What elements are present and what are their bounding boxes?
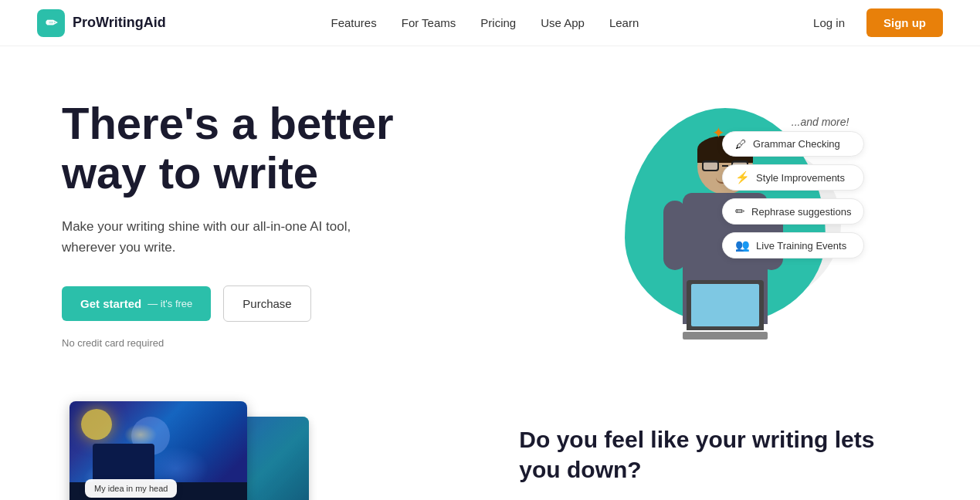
chip-training: 👥 Live Training Events <box>722 232 864 258</box>
section-two: My idea in my head Do you feel like your… <box>0 386 980 500</box>
logo-text: ProWritingAid <box>73 15 166 31</box>
nav-actions: Log in Sign up <box>804 8 943 37</box>
grammar-icon: 🖊 <box>735 137 747 150</box>
hero-title: There's a better way to write <box>62 99 502 198</box>
chip-grammar-label: Grammar Checking <box>753 138 840 150</box>
hero-left: There's a better way to write Make your … <box>62 99 533 349</box>
section-two-left: My idea in my head <box>62 401 473 500</box>
idea-bubble: My idea in my head <box>85 479 177 498</box>
rephrase-icon: ✏ <box>735 204 745 218</box>
logo-link[interactable]: ✏ ProWritingAid <box>37 9 166 37</box>
no-card-text: No credit card required <box>62 337 502 349</box>
chip-rephrase: ✏ Rephrase suggestions <box>722 198 864 225</box>
nav-links: Features For Teams Pricing Use App Learn <box>331 16 639 30</box>
training-icon: 👥 <box>735 238 750 252</box>
signup-button[interactable]: Sign up <box>866 8 943 37</box>
navbar: ✏ ProWritingAid Features For Teams Prici… <box>0 0 980 46</box>
artwork-front: My idea in my head <box>70 401 247 500</box>
purchase-button[interactable]: Purchase <box>223 285 310 322</box>
hero-section: There's a better way to write Make your … <box>0 46 980 386</box>
nav-pricing[interactable]: Pricing <box>480 16 516 29</box>
hero-right: ...and more! ✦ 🖊 Grammar Checking ⚡ Styl… <box>533 93 918 355</box>
hero-subtitle: Make your writing shine with our all-in-… <box>62 216 386 258</box>
feature-chips: 🖊 Grammar Checking ⚡ Style Improvements … <box>722 131 864 258</box>
section-two-body: We know what it's like to feel the FEAR … <box>519 497 918 500</box>
logo-icon: ✏ <box>37 9 65 37</box>
hero-cta: Get started — it's free Purchase <box>62 285 502 322</box>
section-two-right: Do you feel like your writing lets you d… <box>519 424 918 500</box>
section-two-title: Do you feel like your writing lets you d… <box>519 424 918 485</box>
more-label: ...and more! <box>792 116 849 128</box>
free-tag: — it's free <box>148 298 192 309</box>
artwork-stack: My idea in my head <box>62 401 332 500</box>
nav-use-app[interactable]: Use App <box>541 16 585 29</box>
chip-rephrase-label: Rephrase suggestions <box>751 206 851 218</box>
chip-style: ⚡ Style Improvements <box>722 164 864 191</box>
hero-image-area: ...and more! ✦ 🖊 Grammar Checking ⚡ Styl… <box>586 100 864 347</box>
nav-for-teams[interactable]: For Teams <box>402 16 456 29</box>
get-started-button[interactable]: Get started — it's free <box>62 286 211 321</box>
nav-learn[interactable]: Learn <box>609 16 639 29</box>
chip-grammar: 🖊 Grammar Checking <box>722 131 864 157</box>
chip-training-label: Live Training Events <box>756 240 846 252</box>
chip-style-label: Style Improvements <box>756 172 845 184</box>
nav-features[interactable]: Features <box>331 16 377 29</box>
login-button[interactable]: Log in <box>804 10 854 35</box>
style-icon: ⚡ <box>735 171 750 184</box>
